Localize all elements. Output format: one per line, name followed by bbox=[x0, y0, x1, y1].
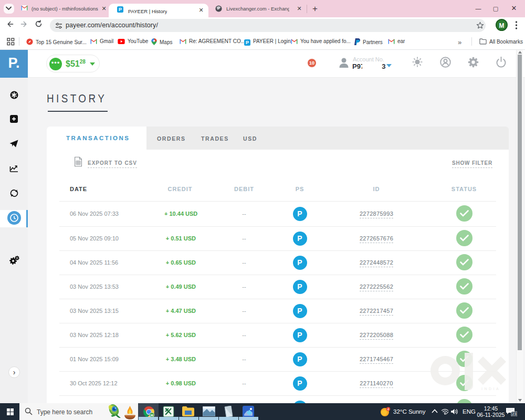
svg-text:4: 4 bbox=[387, 407, 390, 411]
svg-text:M: M bbox=[151, 413, 153, 417]
svg-text:23: 23 bbox=[512, 412, 516, 416]
svg-text:INDIA: INDIA bbox=[481, 387, 500, 391]
